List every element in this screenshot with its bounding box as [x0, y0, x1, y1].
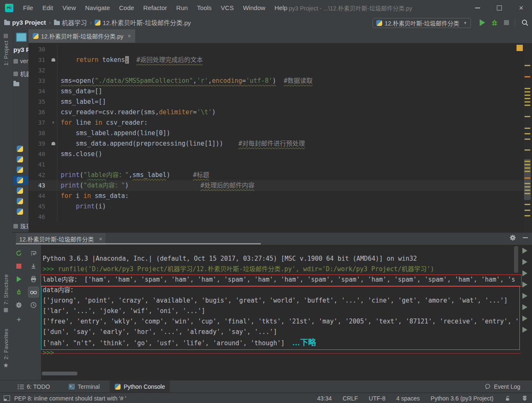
stripe-mark[interactable]: [524, 190, 530, 191]
project-tree-item[interactable]: py3 Pr: [13, 46, 29, 53]
stripe-mark[interactable]: [524, 101, 530, 103]
menu-navigate[interactable]: Navigate: [80, 0, 114, 15]
code-line[interactable]: 32: [28, 65, 524, 76]
code-line[interactable]: 36csv_reader=csv.reader(sms,delimiter='\…: [28, 107, 524, 118]
console-fold-arrow-icon[interactable]: [522, 316, 527, 321]
editor-scrollbar[interactable]: [524, 43, 532, 232]
stripe-mark[interactable]: [524, 139, 530, 140]
code-line[interactable]: 39 sms_data.append(preprocessing(line[1]…: [28, 139, 524, 149]
stripe-mark[interactable]: [524, 177, 530, 179]
code-line[interactable]: 41: [28, 159, 524, 170]
menu-refactor[interactable]: Refactor: [139, 0, 172, 15]
console-stop-button[interactable]: [14, 261, 24, 271]
code-line[interactable]: 38 sms_label.append(line[0]): [28, 128, 524, 139]
console-fold-arrow-icon[interactable]: [522, 259, 527, 265]
stripe-mark[interactable]: [524, 183, 530, 184]
scroll-to-end-button[interactable]: [28, 261, 39, 271]
menu-vcs[interactable]: VCS: [216, 0, 239, 15]
new-console-button[interactable]: +: [14, 314, 24, 324]
console-fold-arrow-icon[interactable]: [522, 327, 527, 333]
line-number[interactable]: 34: [28, 86, 49, 97]
stripe-mark[interactable]: [524, 149, 530, 151]
interpreter[interactable]: Python 3.6 (py3 Project): [431, 395, 493, 402]
stripe-mark[interactable]: [524, 193, 530, 194]
file-encoding[interactable]: UTF-8: [369, 395, 386, 402]
run-configuration-select[interactable]: 12.朴素贝叶斯-垃圾邮件分类 ▼: [373, 18, 471, 28]
stripe-mark[interactable]: [524, 88, 530, 89]
stripe-mark[interactable]: [524, 105, 530, 106]
stripe-mark[interactable]: [524, 215, 530, 216]
show-variables-button[interactable]: [28, 287, 39, 298]
tool-button-project[interactable]: ▤ 1: Project: [0, 33, 12, 66]
line-number[interactable]: 36: [28, 107, 49, 118]
console-fold-arrow-icon[interactable]: [522, 304, 527, 310]
console-tab-close-icon[interactable]: ×: [99, 236, 102, 242]
console-settings-button[interactable]: [14, 300, 24, 310]
code-line[interactable]: 33sms=open("./data/SMSSpamCollection",'r…: [28, 76, 524, 86]
inspection-status-square[interactable]: [517, 45, 523, 51]
project-file-item[interactable]: [17, 156, 23, 163]
line-number[interactable]: 41: [28, 159, 49, 170]
rerun-button[interactable]: [14, 248, 24, 258]
stripe-mark[interactable]: [524, 76, 530, 77]
console-fold-arrow-icon[interactable]: [522, 248, 527, 254]
stop-button[interactable]: [504, 20, 509, 25]
line-ending[interactable]: CRLF: [343, 395, 358, 402]
event-log-button[interactable]: Event Log: [484, 383, 520, 390]
console-tab-scrollbar[interactable]: [16, 243, 261, 244]
menu-code[interactable]: Code: [114, 0, 139, 15]
stripe-mark[interactable]: [524, 167, 530, 169]
tool-button-structure[interactable]: 7: Structure ▦: [0, 274, 12, 313]
menu-window[interactable]: Window: [238, 0, 270, 15]
project-file-item[interactable]: [17, 167, 23, 173]
line-number[interactable]: 39: [28, 139, 49, 149]
stripe-mark[interactable]: [524, 133, 530, 134]
search-everywhere-button[interactable]: [521, 19, 529, 26]
line-number[interactable]: 44: [28, 191, 49, 201]
code-line[interactable]: 44for i in sms_data:: [28, 191, 524, 201]
stripe-mark[interactable]: [524, 65, 530, 66]
console-fold-arrow-icon[interactable]: [522, 282, 527, 287]
console-fold-arrow-icon[interactable]: [522, 270, 527, 276]
project-panel-header-icon[interactable]: [16, 33, 27, 42]
stripe-mark[interactable]: [524, 204, 530, 205]
menu-view[interactable]: View: [58, 0, 80, 15]
fold-arrow-icon[interactable]: ▿: [49, 118, 57, 128]
line-number[interactable]: 32: [28, 65, 49, 76]
line-number[interactable]: 38: [28, 128, 49, 139]
code-line[interactable]: 34sms_data=[]: [28, 86, 524, 97]
breadcrumb-item[interactable]: 12.朴素贝叶斯-垃圾邮件分类.py: [95, 18, 191, 27]
maximize-button[interactable]: [488, 0, 510, 15]
code-line[interactable]: 30: [28, 44, 524, 55]
soft-wrap-button[interactable]: [28, 248, 39, 258]
stripe-mark[interactable]: [524, 128, 530, 129]
project-tree-item[interactable]: 机器: [13, 69, 29, 78]
indent-size[interactable]: 4 spaces: [396, 395, 420, 402]
tab-close-icon[interactable]: ×: [128, 33, 131, 39]
menu-file[interactable]: File: [18, 0, 38, 15]
code-line[interactable]: 31 return tokens; #返回处理完成后的文本: [28, 55, 524, 65]
code-line[interactable]: 37▿for line in csv_reader:: [28, 118, 524, 128]
line-number[interactable]: 30: [28, 44, 49, 55]
console-horizontal-scrollbar[interactable]: [42, 372, 77, 375]
project-file-item[interactable]: [17, 146, 23, 152]
console-line[interactable]: >>> runfile('D:/work/py3 Project/机器学习/12…: [41, 264, 532, 275]
project-file-item[interactable]: [17, 208, 23, 215]
project-panel[interactable]: py3 Prven机器珠玑: [12, 29, 29, 232]
project-file-item[interactable]: [17, 187, 23, 194]
line-number[interactable]: 37: [28, 118, 49, 128]
project-tree-item[interactable]: ven: [13, 58, 29, 64]
tool-button-terminal[interactable]: >_ Terminal: [64, 380, 105, 393]
code-line[interactable]: 40sms.close(): [28, 149, 524, 159]
console-line[interactable]: Python 3.6.3 |Anaconda, Inc.| (default, …: [41, 254, 532, 264]
history-button[interactable]: [28, 300, 39, 310]
menu-tools[interactable]: Tools: [193, 0, 216, 15]
breadcrumb-item[interactable]: py3 Project: [4, 19, 46, 26]
stripe-mark[interactable]: [524, 91, 530, 92]
caret-position[interactable]: 43:34: [317, 395, 332, 402]
hector-inspector-icon[interactable]: [522, 395, 528, 401]
dock-panel-icon[interactable]: [4, 395, 10, 401]
stripe-mark[interactable]: [524, 161, 530, 162]
stripe-mark[interactable]: [524, 98, 530, 99]
code-line[interactable]: 45 print(i): [28, 201, 524, 212]
